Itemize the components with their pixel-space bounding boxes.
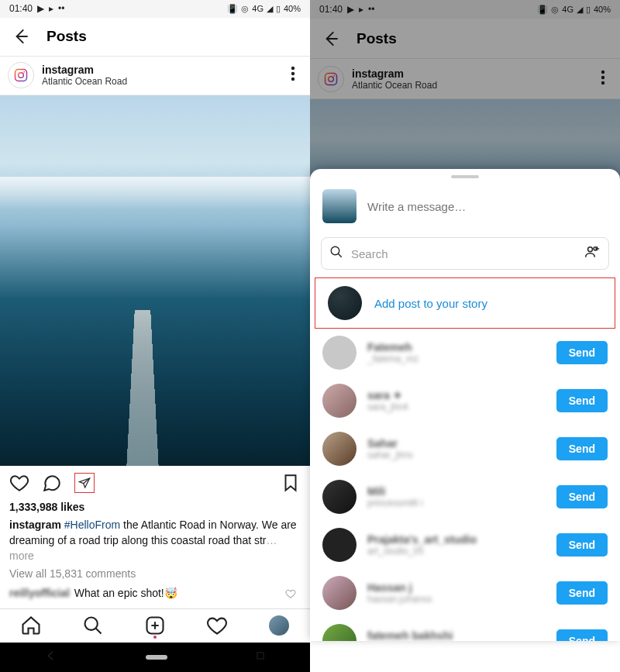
svg-point-2 [23, 71, 25, 73]
send-button[interactable]: Send [556, 341, 608, 364]
user-avatar [322, 336, 356, 370]
send-button[interactable]: Send [556, 485, 608, 508]
vibrate-icon: 📳 [227, 4, 238, 14]
back-icon[interactable] [321, 29, 341, 49]
send-button[interactable]: Send [556, 437, 608, 460]
user-name: sara ✦ [367, 389, 546, 401]
send-button[interactable]: Send [556, 533, 608, 557]
comment-row[interactable]: reillyofficial What an epic shot!🤯 [9, 584, 301, 604]
save-icon[interactable] [281, 473, 301, 493]
network-label: 4G [252, 4, 264, 13]
signal-icon: ◢ [267, 4, 273, 14]
comment-like-icon[interactable] [281, 584, 301, 604]
user-name: Hassan j [367, 581, 546, 594]
send-button[interactable]: Send [556, 581, 608, 605]
post-actions [0, 466, 310, 500]
profile-avatar-icon [318, 66, 344, 92]
user-name: Fatemeh [367, 341, 546, 353]
post-menu-icon [594, 68, 612, 90]
battery-pct: 40% [284, 4, 301, 13]
group-add-icon[interactable] [584, 244, 601, 263]
android-recent-icon[interactable] [255, 650, 266, 664]
user-avatar [322, 432, 356, 466]
nav-home-icon[interactable] [20, 615, 42, 636]
hotspot-icon: ◎ [241, 4, 249, 14]
nav-profile-icon[interactable] [268, 615, 290, 636]
user-name: Sahar [367, 437, 546, 450]
sheet-handle[interactable] [451, 175, 479, 178]
search-row[interactable]: Search [321, 237, 609, 270]
message-row [310, 183, 620, 234]
user-row[interactable]: Hassan jhassan.juhanss Send [310, 569, 620, 617]
svg-point-14 [602, 76, 604, 78]
user-avatar [322, 384, 356, 418]
add-to-story-label: Add post to your story [374, 297, 487, 310]
profile-avatar-icon[interactable] [8, 62, 34, 88]
nav-activity-icon[interactable] [206, 615, 228, 636]
caption[interactable]: instagram #HelloFrom the Atlantic Road i… [9, 518, 301, 563]
user-handle: _fatema_mz [367, 353, 546, 364]
app-header: Posts [0, 18, 310, 57]
message-input[interactable] [367, 200, 608, 213]
back-icon[interactable] [11, 26, 31, 47]
like-icon[interactable] [9, 473, 29, 493]
user-row[interactable]: Miliprincessmilli i Send [310, 473, 620, 521]
search-placeholder: Search [351, 247, 576, 260]
user-name: fatemeh bakhshi [367, 629, 546, 641]
svg-point-6 [85, 618, 98, 630]
page-title: Posts [46, 28, 87, 45]
post-menu-icon[interactable] [284, 64, 302, 86]
bottom-nav [0, 608, 310, 643]
user-row[interactable]: Saharsahar_jhns Send [310, 425, 620, 473]
send-button[interactable]: Send [556, 389, 608, 412]
view-comments[interactable]: View all 15,831 comments [9, 567, 301, 582]
user-row[interactable]: fatemeh bakhshifa.bakhshi Send [310, 617, 620, 641]
user-name: Prajakta's_art_studio [367, 533, 546, 546]
svg-rect-0 [16, 70, 27, 81]
youtube-icon: ▸ [49, 3, 53, 14]
status-bar: 01:40 ▶▸•• 📳◎ 4G ◢▯ 40% [310, 0, 620, 19]
svg-point-12 [333, 75, 335, 77]
caption-more[interactable]: more [9, 550, 34, 562]
nav-search-icon[interactable] [82, 615, 104, 636]
play-icon: ▶ [37, 3, 44, 14]
user-handle: art_studio_05 [367, 546, 546, 557]
svg-point-15 [602, 81, 604, 84]
share-icon[interactable] [74, 473, 95, 493]
send-button[interactable]: Send [556, 629, 608, 641]
user-avatar [322, 624, 356, 641]
svg-point-4 [292, 73, 294, 75]
user-handle: princessmilli i [367, 498, 546, 508]
user-handle: hassan.juhanss [367, 594, 546, 605]
svg-point-17 [588, 247, 593, 252]
svg-point-5 [292, 78, 294, 81]
author-username[interactable]: instagram [42, 64, 284, 76]
android-home-icon[interactable] [146, 650, 167, 664]
svg-point-3 [292, 67, 294, 70]
user-avatar [322, 480, 356, 514]
search-icon [329, 245, 343, 262]
comment-icon[interactable] [42, 473, 62, 493]
post-image[interactable] [0, 95, 310, 466]
nav-add-icon[interactable] [144, 615, 166, 636]
post-author-row[interactable]: instagram Atlantic Ocean Road [0, 57, 310, 95]
svg-point-11 [329, 76, 334, 81]
svg-rect-10 [326, 73, 337, 84]
status-time: 01:40 [9, 3, 33, 14]
svg-point-16 [331, 246, 339, 255]
user-row[interactable]: Prajakta's_art_studioart_studio_05 Send [310, 521, 620, 569]
svg-rect-8 [146, 655, 167, 660]
likes-count[interactable]: 1,333,988 likes [9, 500, 301, 515]
notification-dot-icon [153, 636, 157, 639]
add-to-story-row[interactable]: Add post to your story [315, 277, 615, 329]
svg-point-13 [602, 71, 604, 73]
more-dots-icon: •• [58, 3, 64, 14]
svg-rect-9 [257, 653, 264, 659]
author-location[interactable]: Atlantic Ocean Road [42, 76, 284, 87]
android-nav [0, 643, 310, 672]
user-row[interactable]: sara ✦sara_jhn4 Send [310, 377, 620, 425]
user-row[interactable]: Fatemeh_fatema_mz Send [310, 329, 620, 377]
android-back-icon[interactable] [44, 649, 58, 666]
user-handle: sara_jhn4 [367, 401, 546, 412]
post-thumbnail [322, 189, 356, 223]
